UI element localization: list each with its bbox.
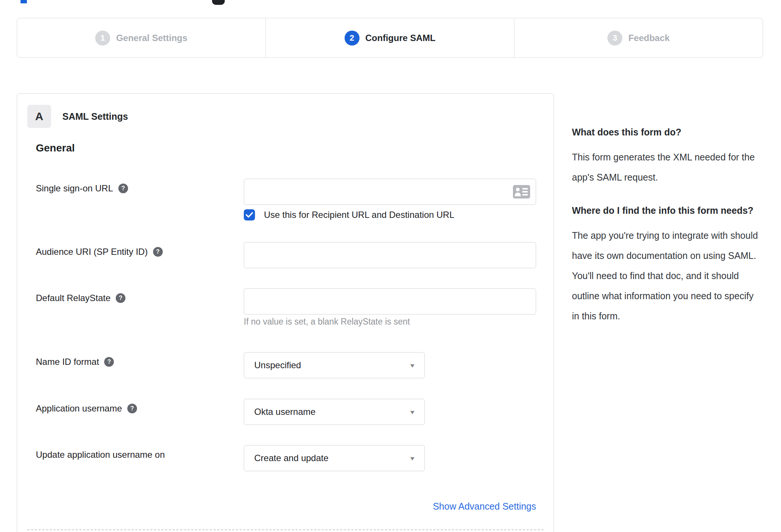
field-label: Application username ? [36, 403, 137, 414]
step-general-settings[interactable]: 1 General Settings [17, 18, 265, 57]
saml-settings-panel: A SAML Settings General Single sign-on U… [17, 93, 554, 532]
chevron-down-icon: ▼ [409, 455, 416, 461]
recipient-url-checkbox[interactable] [244, 209, 255, 220]
single-sign-on-url-input[interactable] [244, 179, 536, 205]
panel-header: A SAML Settings [27, 105, 128, 128]
step-number-badge: 1 [95, 31, 110, 46]
app-logo-fragment [212, 0, 225, 5]
select-value: Create and update [254, 453, 329, 463]
sidebar-body-what: This form generates the XML needed for t… [572, 147, 763, 187]
field-label: Name ID format ? [36, 357, 114, 367]
select-value: Okta username [254, 407, 315, 417]
help-icon[interactable]: ? [118, 184, 128, 193]
field-row-single-sign-on-url: Single sign-on URL ? [17, 179, 554, 205]
step-label: General Settings [116, 33, 187, 43]
field-row-default-relaystate: Default RelayState ? [17, 288, 554, 314]
contact-card-icon [513, 185, 530, 198]
chevron-down-icon: ▼ [409, 362, 416, 369]
section-divider [27, 529, 544, 530]
wizard-stepper: 1 General Settings 2 Configure SAML 3 Fe… [17, 18, 763, 58]
step-label: Configure SAML [365, 33, 436, 43]
help-icon[interactable]: ? [104, 357, 114, 367]
select-value: Unspecified [254, 360, 301, 370]
application-username-select[interactable]: Okta username ▼ [244, 399, 425, 425]
sidebar-heading-what: What does this form do? [572, 124, 763, 140]
step-configure-saml[interactable]: 2 Configure SAML [265, 18, 514, 57]
relaystate-hint: If no value is set, a blank RelayState i… [244, 317, 410, 327]
field-row-audience-uri: Audience URI (SP Entity ID) ? [17, 242, 554, 268]
field-label: Default RelayState ? [36, 293, 125, 303]
field-label: Audience URI (SP Entity ID) ? [36, 247, 163, 257]
section-a-badge: A [27, 105, 51, 128]
help-icon[interactable]: ? [153, 247, 163, 257]
update-username-on-select[interactable]: Create and update ▼ [244, 445, 425, 471]
step-label: Feedback [628, 33, 670, 43]
checkbox-label: Use this for Recipient URL and Destinati… [264, 210, 454, 220]
field-label: Single sign-on URL ? [36, 183, 128, 194]
check-icon [246, 212, 253, 218]
default-relaystate-input[interactable] [244, 288, 536, 314]
show-advanced-settings-link[interactable]: Show Advanced Settings [244, 501, 536, 512]
chevron-down-icon: ▼ [409, 409, 416, 415]
help-icon[interactable]: ? [127, 404, 137, 413]
step-feedback[interactable]: 3 Feedback [514, 18, 763, 57]
field-label: Update application username on [36, 450, 165, 460]
audience-uri-input[interactable] [244, 242, 536, 268]
help-sidebar: What does this form do? This form genera… [572, 124, 763, 326]
sidebar-body-where: The app you're trying to integrate with … [572, 225, 763, 326]
page-title-fragment [21, 0, 27, 3]
general-group-heading: General [36, 142, 75, 154]
help-icon[interactable]: ? [116, 293, 125, 303]
sidebar-heading-where: Where do I find the info this form needs… [572, 202, 763, 219]
step-number-badge: 2 [345, 31, 360, 46]
name-id-format-select[interactable]: Unspecified ▼ [244, 352, 425, 378]
step-number-badge: 3 [607, 31, 622, 46]
section-title: SAML Settings [62, 111, 128, 122]
